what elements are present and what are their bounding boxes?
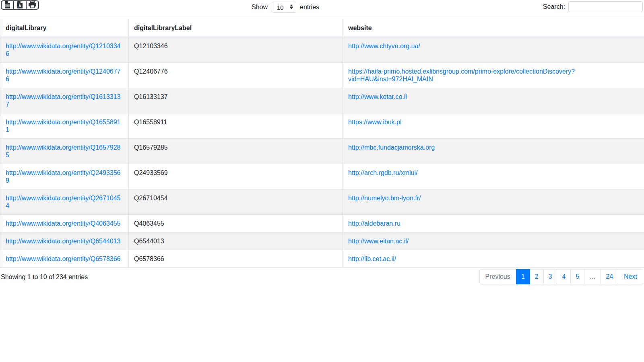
table-row: http://www.wikidata.org/entity/Q24933569… <box>0 164 644 189</box>
page-button-3[interactable]: 3 <box>543 269 557 284</box>
label-cell: Q12406776 <box>129 63 343 88</box>
entries-info-text: Showing 1 to 10 of 234 entries <box>1 269 88 285</box>
table-toolbar: csv λ <box>0 0 644 19</box>
export-csv-button[interactable]: csv <box>1 0 14 10</box>
website-link[interactable]: http://aldebaran.ru <box>348 220 400 227</box>
table-footer: Showing 1 to 10 of 234 entries Previous … <box>0 269 644 285</box>
website-link[interactable]: http://www.kotar.co.il <box>348 93 407 100</box>
website-link[interactable]: http://mbc.fundacjamorska.org <box>348 144 435 151</box>
table-row: http://www.wikidata.org/entity/Q16558911… <box>0 113 644 139</box>
table-row: http://www.wikidata.org/entity/Q12103346… <box>0 37 644 63</box>
page-button-1[interactable]: 1 <box>516 269 530 284</box>
label-cell: Q4063455 <box>129 215 343 232</box>
printer-icon <box>28 1 37 10</box>
column-header-digitallibrarylabel[interactable]: digitalLibraryLabel <box>129 19 343 37</box>
label-cell: Q16558911 <box>129 113 343 139</box>
library-link[interactable]: http://www.wikidata.org/entity/Q6578366 <box>6 255 121 262</box>
label-cell: Q26710454 <box>129 189 343 215</box>
page-button-2[interactable]: 2 <box>530 269 544 284</box>
library-link[interactable]: http://www.wikidata.org/entity/Q6544013 <box>6 238 121 245</box>
entries-label: entries <box>300 4 319 11</box>
table-row: http://www.wikidata.org/entity/Q16579285… <box>0 139 644 164</box>
search-input[interactable] <box>568 1 643 12</box>
table-row: http://www.wikidata.org/entity/Q12406776… <box>0 63 644 88</box>
label-cell: Q24933569 <box>129 164 343 189</box>
csv-file-icon: csv <box>4 1 10 10</box>
previous-page-button[interactable]: Previous <box>479 269 516 284</box>
page-button-4[interactable]: 4 <box>557 269 571 284</box>
library-link[interactable]: http://www.wikidata.org/entity/Q16579285 <box>6 144 121 158</box>
library-link[interactable]: http://www.wikidata.org/entity/Q16558911 <box>6 119 121 133</box>
svg-text:λ: λ <box>19 3 21 8</box>
page-button-24[interactable]: 24 <box>601 269 618 284</box>
table-row: http://www.wikidata.org/entity/Q26710454… <box>0 189 644 215</box>
table-row: http://www.wikidata.org/entity/Q6578366 … <box>0 250 644 268</box>
table-row: http://www.wikidata.org/entity/Q4063455 … <box>0 215 644 232</box>
website-link[interactable]: http://www.chtyvo.org.ua/ <box>348 43 420 49</box>
svg-text:csv: csv <box>6 4 9 6</box>
pagination-ellipsis: … <box>584 269 601 284</box>
search-label: Search: <box>543 3 565 10</box>
next-page-button[interactable]: Next <box>618 269 643 284</box>
label-cell: Q6544013 <box>129 232 343 250</box>
page-length-control: Show 10 entries <box>252 2 319 13</box>
export-button-group: csv λ <box>1 0 39 10</box>
print-button[interactable] <box>26 0 39 10</box>
header-row: digitalLibrary digitalLibraryLabel websi… <box>0 19 644 37</box>
website-link[interactable]: https://www.ibuk.pl <box>348 119 402 125</box>
page-length-select[interactable]: 10 <box>272 2 296 13</box>
search-control: Search: <box>543 1 643 12</box>
column-header-digitallibrary[interactable]: digitalLibrary <box>0 19 129 37</box>
export-pdf-button[interactable]: λ <box>13 0 27 10</box>
page-button-5[interactable]: 5 <box>570 269 584 284</box>
library-link[interactable]: http://www.wikidata.org/entity/Q12103346 <box>6 43 121 57</box>
label-cell: Q16133137 <box>129 88 343 113</box>
library-link[interactable]: http://www.wikidata.org/entity/Q24933569 <box>6 169 121 184</box>
website-link[interactable]: http://www.eitan.ac.il/ <box>348 238 409 245</box>
table-row: http://www.wikidata.org/entity/Q16133137… <box>0 88 644 113</box>
pagination: Previous 1 2 3 4 5 … 24 Next <box>479 269 643 284</box>
pdf-file-icon: λ <box>17 1 23 10</box>
library-link[interactable]: http://www.wikidata.org/entity/Q16133137 <box>6 93 121 108</box>
website-link[interactable]: http://numelyo.bm-lyon.fr/ <box>348 195 421 202</box>
table-row: http://www.wikidata.org/entity/Q6544013 … <box>0 232 644 250</box>
column-header-website[interactable]: website <box>343 19 644 37</box>
show-label: Show <box>252 4 268 11</box>
website-link[interactable]: http://arch.rgdb.ru/xmlui/ <box>348 169 418 176</box>
label-cell: Q12103346 <box>129 37 343 63</box>
website-link[interactable]: http://lib.cet.ac.il/ <box>348 255 396 262</box>
label-cell: Q6578366 <box>129 250 343 268</box>
library-link[interactable]: http://www.wikidata.org/entity/Q26710454 <box>6 195 121 209</box>
label-cell: Q16579285 <box>129 139 343 164</box>
library-link[interactable]: http://www.wikidata.org/entity/Q4063455 <box>6 220 121 227</box>
website-link[interactable]: https://haifa-primo.hosted.exlibrisgroup… <box>348 68 575 82</box>
data-table: digitalLibrary digitalLibraryLabel websi… <box>0 19 644 268</box>
library-link[interactable]: http://www.wikidata.org/entity/Q12406776 <box>6 68 121 82</box>
